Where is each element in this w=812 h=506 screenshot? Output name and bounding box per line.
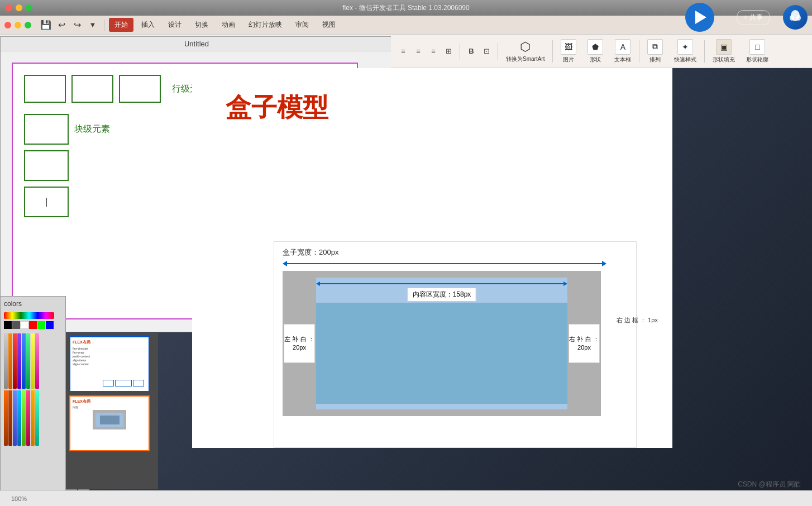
shape-outline-icon: □ — [749, 39, 765, 55]
row-box-1 — [24, 75, 66, 103]
csdn-watermark: CSDN @程序员 阿酷 — [738, 480, 801, 489]
pencil-purple — [17, 333, 21, 389]
pencil-colors-2 — [4, 390, 62, 446]
swatch-blue[interactable] — [46, 321, 54, 329]
bold-icon[interactable]: B — [465, 45, 478, 58]
box-model-diagram: 内容区宽度：158px 左 补 白 ： 20px 右 补 白 ： 20px 右 … — [283, 271, 612, 427]
box-width-arrow — [283, 261, 606, 266]
tencent-logo — [778, 0, 812, 35]
swatch-black[interactable] — [4, 321, 12, 329]
box-width-label: 盒子宽度：200px — [283, 247, 628, 257]
swatch-white[interactable] — [21, 321, 28, 329]
shape-fill-button[interactable]: ▣ 形状填充 — [709, 37, 738, 65]
thumb-box-title: FLEX布局 — [73, 399, 146, 404]
shape-button[interactable]: ⬟ 形状 — [584, 37, 606, 65]
slide-thumb-2[interactable]: FLEX布局 内容 — [69, 395, 150, 451]
tab-design[interactable]: 设计 — [163, 18, 187, 32]
slide-main-title: 盒子模型 — [226, 90, 639, 125]
pencil-red — [13, 333, 17, 389]
tab-animation[interactable]: 动画 — [216, 18, 241, 32]
status-bar: 100% — [0, 490, 812, 506]
row-box-3 — [119, 75, 161, 103]
quick-style-button[interactable]: ✦ 快速样式 — [671, 37, 700, 65]
swatch-green[interactable] — [37, 321, 45, 329]
convert-smartart-button[interactable]: ⬡ 转换为SmartArt — [503, 38, 548, 65]
align-justify-icon[interactable]: ⊞ — [442, 45, 455, 58]
colors-panel-title: colors — [4, 300, 62, 308]
swatch-dark[interactable] — [12, 321, 20, 329]
tab-home[interactable]: 开始 — [109, 18, 133, 32]
more-icon[interactable]: ▼ — [86, 18, 99, 32]
right-padding-label: 右 补 白 ： 20px — [569, 324, 600, 363]
border-box: 内容区宽度：158px 左 补 白 ： 20px 右 补 白 ： 20px — [283, 271, 601, 416]
shape-icon: ⬟ — [587, 39, 603, 55]
quick-style-icon: ✦ — [677, 39, 693, 55]
tab-view[interactable]: 视图 — [317, 18, 341, 32]
picture-icon: 🖼 — [561, 39, 576, 55]
align-center-icon[interactable]: ≡ — [412, 45, 425, 58]
pencil-colors — [4, 333, 62, 389]
pencil-green — [26, 333, 30, 389]
svg-point-2 — [796, 15, 801, 21]
align-right-icon[interactable]: ≡ — [427, 45, 440, 58]
arrange-button[interactable]: ⧉ 排列 — [644, 37, 666, 65]
close-button[interactable] — [6, 4, 12, 11]
pencil-pink — [35, 333, 39, 389]
box-model-panel: 盒子宽度：200px 内容区宽度：158px 左 — [274, 241, 637, 448]
swatch-red[interactable] — [29, 321, 37, 329]
content-width-label: 内容区宽度：158px — [408, 288, 476, 302]
block-box-1 — [24, 114, 69, 145]
arrow-left-head — [283, 261, 287, 266]
box-width-section: 盒子宽度：200px — [274, 242, 636, 266]
block-box-2 — [24, 150, 69, 181]
align-left-icon[interactable]: ≡ — [397, 45, 410, 58]
textbox-icon: A — [615, 39, 631, 55]
play-button[interactable] — [685, 3, 714, 32]
maximize-button[interactable] — [26, 4, 32, 11]
doc-max-btn[interactable] — [25, 22, 31, 28]
shape-fill-icon: ▣ — [716, 39, 732, 55]
app-title: flex - 微信开发者工具 Stable 1.03.2006090 — [342, 3, 469, 13]
slide-thumb-1[interactable]: FLEX布局 flex-direction flex-wrap justify-… — [69, 336, 150, 392]
slides-panel: FLEX布局 flex-direction flex-wrap justify-… — [66, 333, 158, 489]
share-button[interactable]: + 共享 — [737, 10, 770, 25]
svg-point-1 — [790, 15, 794, 21]
color-spectrum[interactable] — [4, 312, 54, 319]
arrow-line — [287, 263, 602, 264]
picture-button[interactable]: 🖼 图片 — [557, 37, 580, 65]
tencent-icon — [783, 5, 808, 30]
arrow-right-head — [602, 261, 606, 266]
slide-header: 盒子模型 — [192, 68, 672, 136]
text-tools: B ⊡ — [465, 45, 493, 58]
save-icon[interactable]: 💾 — [39, 18, 52, 32]
tab-insert[interactable]: 插入 — [136, 18, 160, 32]
redo-icon[interactable]: ↪ — [70, 18, 84, 32]
tab-cut[interactable]: 切换 — [189, 18, 214, 32]
pencil-orange — [8, 333, 12, 389]
undo-icon[interactable]: ↩ — [55, 18, 68, 32]
textbox-button[interactable]: A 文本框 — [611, 37, 634, 65]
padding-box: 内容区宽度：158px 左 补 白 ： 20px 右 补 白 ： 20px — [316, 278, 567, 409]
text-cursor — [46, 198, 47, 207]
thumb-flex-items: flex-direction flex-wrap justify-content… — [73, 347, 146, 366]
tab-slideshow[interactable]: 幻灯片放映 — [243, 18, 288, 32]
shape-outline-button[interactable]: □ 形状轮廓 — [743, 37, 772, 65]
row-box-2 — [71, 75, 113, 103]
doc-min-btn[interactable] — [15, 22, 21, 28]
pencil-blue — [22, 333, 26, 389]
thumb-box-content: 内容 — [73, 405, 146, 409]
doc-title: Untitled — [184, 40, 209, 48]
indent-icon[interactable]: ⊡ — [480, 45, 493, 58]
minimize-button[interactable] — [16, 4, 22, 11]
doc-titlebar: Untitled — [1, 37, 393, 51]
window-controls — [6, 4, 32, 11]
pencil-gray — [4, 333, 8, 389]
tab-review[interactable]: 审阅 — [290, 18, 314, 32]
arrange-icon: ⧉ — [647, 39, 663, 55]
doc-window-controls — [4, 22, 31, 28]
pencil-yellow — [31, 333, 35, 389]
wps-formatting-toolbar: ≡ ≡ ≡ ⊞ B ⊡ ⬡ 转换为SmartArt 🖼 图片 ⬟ 形状 A 文本… — [391, 35, 812, 68]
doc-close-btn[interactable] — [4, 22, 11, 28]
left-padding-label: 左 补 白 ： 20px — [284, 324, 315, 363]
block-box-3 — [24, 187, 69, 217]
